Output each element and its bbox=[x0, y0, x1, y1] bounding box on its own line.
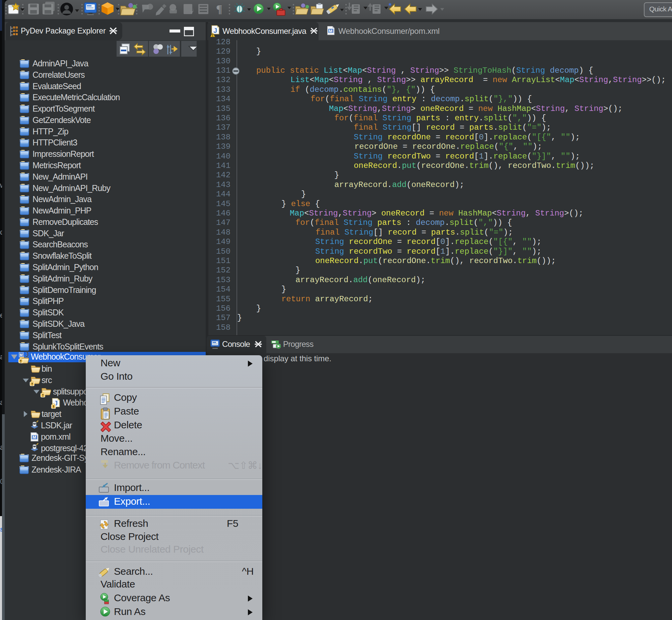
svg-text:¶: ¶ bbox=[216, 3, 222, 15]
svg-text:M: M bbox=[20, 353, 23, 357]
svg-text:*: * bbox=[389, 1, 392, 10]
svg-text:M: M bbox=[329, 29, 333, 34]
svg-text:J: J bbox=[213, 27, 217, 34]
svg-text:J: J bbox=[25, 351, 29, 358]
